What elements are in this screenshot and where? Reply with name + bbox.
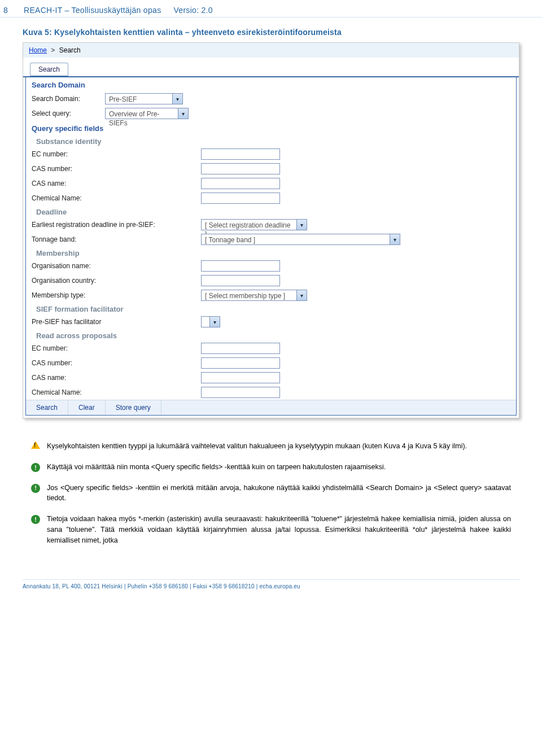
chevron-down-icon[interactable]: ▾ xyxy=(297,290,307,301)
note-item: ! Kyselykohtaisten kenttien tyyppi ja lu… xyxy=(31,441,511,452)
label-org-name: Organisation name: xyxy=(32,262,201,270)
select-has-facilitator-value xyxy=(201,316,210,327)
input-chemical-name[interactable] xyxy=(201,193,280,204)
select-membership-type-value: [ Select membership type ] xyxy=(201,290,297,301)
row-ec-number-2: EC number: xyxy=(26,341,516,356)
info-icon: ! xyxy=(31,484,40,493)
note-text: Kyselykohtaisten kenttien tyyppi ja luku… xyxy=(47,441,511,452)
row-tonnage: Tonnage band: [ Tonnage band ] ▾ xyxy=(26,232,516,247)
input-chemical-name-2[interactable] xyxy=(201,387,280,398)
label-select-query: Select query: xyxy=(32,110,105,117)
figure-caption: Kuva 5: Kyselykohtaisten kenttien valint… xyxy=(0,28,542,42)
input-cas-name-2[interactable] xyxy=(201,372,280,383)
label-search-domain: Search Domain: xyxy=(32,95,105,103)
row-chemical-name-2: Chemical Name: xyxy=(26,385,516,400)
label-chemical-name-2: Chemical Name: xyxy=(32,388,201,396)
select-search-domain-value: Pre-SIEF xyxy=(105,93,173,104)
row-cas-name: CAS name: xyxy=(26,176,516,191)
button-bar: Search Clear Store query xyxy=(26,400,516,415)
subgroup-deadline: Deadline xyxy=(26,206,516,217)
select-has-facilitator[interactable]: ▾ xyxy=(201,316,220,327)
label-cas-number: CAS number: xyxy=(32,165,201,173)
chevron-down-icon[interactable]: ▾ xyxy=(173,93,183,104)
label-cas-number-2: CAS number: xyxy=(32,359,201,367)
label-ec-number-2: EC number: xyxy=(32,344,201,352)
select-select-query[interactable]: Overview of Pre-SIEFs ▾ xyxy=(105,108,189,119)
select-membership-type[interactable]: [ Select membership type ] ▾ xyxy=(201,290,307,301)
search-button[interactable]: Search xyxy=(26,400,68,415)
chevron-down-icon[interactable]: ▾ xyxy=(210,316,220,327)
row-chemical-name: Chemical Name: xyxy=(26,191,516,206)
group-query-fields: Query specific fields xyxy=(26,121,516,135)
input-org-country[interactable] xyxy=(201,275,280,286)
group-search-domain: Search Domain xyxy=(26,77,516,91)
label-deadline: Earliest registration deadline in pre-SI… xyxy=(32,221,201,229)
select-deadline[interactable]: [ Select registration deadline ] ▾ xyxy=(201,219,307,230)
select-tonnage[interactable]: [ Tonnage band ] ▾ xyxy=(201,234,400,245)
input-cas-number-2[interactable] xyxy=(201,357,280,369)
row-search-domain: Search Domain: Pre-SIEF ▾ xyxy=(26,91,516,106)
row-deadline: Earliest registration deadline in pre-SI… xyxy=(26,217,516,232)
doc-title: REACH-IT – Teollisuuskäyttäjän opas xyxy=(24,6,161,15)
subgroup-membership: Membership xyxy=(26,247,516,259)
row-ec-number: EC number: xyxy=(26,147,516,161)
row-membership-type: Membership type: [ Select membership typ… xyxy=(26,288,516,303)
note-text: Tietoja voidaan hakea myös *-merkin (ast… xyxy=(47,514,511,545)
row-org-country: Organisation country: xyxy=(26,273,516,288)
note-item: ! Jos <Query specific fields> -kenttiin … xyxy=(31,483,511,504)
label-has-facilitator: Pre-SIEF has facilitator xyxy=(32,318,201,326)
note-text: Jos <Query specific fields> -kenttiin ei… xyxy=(47,483,511,504)
label-tonnage: Tonnage band: xyxy=(32,235,201,243)
label-cas-name-2: CAS name: xyxy=(32,374,201,382)
note-item: ! Käyttäjä voi määrittää niin monta <Que… xyxy=(31,462,511,473)
row-has-facilitator: Pre-SIEF has facilitator ▾ xyxy=(26,314,516,329)
chevron-down-icon[interactable]: ▾ xyxy=(297,219,307,230)
clear-button[interactable]: Clear xyxy=(68,400,106,415)
select-search-domain[interactable]: Pre-SIEF ▾ xyxy=(105,93,183,104)
select-select-query-value: Overview of Pre-SIEFs xyxy=(105,108,178,119)
input-cas-name[interactable] xyxy=(201,178,280,189)
search-panel: Search Domain Search Domain: Pre-SIEF ▾ … xyxy=(25,77,517,416)
breadcrumb-current: Search xyxy=(59,46,81,54)
input-ec-number[interactable] xyxy=(201,148,280,160)
page-number: 8 xyxy=(3,6,11,15)
store-query-button[interactable]: Store query xyxy=(106,400,161,415)
select-deadline-value: [ Select registration deadline ] xyxy=(201,219,297,230)
select-tonnage-value: [ Tonnage band ] xyxy=(201,234,390,245)
breadcrumb-home-link[interactable]: Home xyxy=(29,46,47,54)
row-select-query: Select query: Overview of Pre-SIEFs ▾ xyxy=(26,106,516,121)
label-ec-number: EC number: xyxy=(32,150,201,158)
label-membership-type: Membership type: xyxy=(32,291,201,299)
page-footer: Annankatu 18, PL 400, 00121 Helsinki | P… xyxy=(23,579,519,589)
input-ec-number-2[interactable] xyxy=(201,343,280,354)
tab-search[interactable]: Search xyxy=(30,63,68,77)
label-org-country: Organisation country: xyxy=(32,277,201,285)
chevron-down-icon[interactable]: ▾ xyxy=(390,234,400,245)
input-cas-number[interactable] xyxy=(201,163,280,174)
note-item: ! Tietoja voidaan hakea myös *-merkin (a… xyxy=(31,514,511,545)
subgroup-sief-facilitator: SIEF formation facilitator xyxy=(26,303,516,314)
warning-icon: ! xyxy=(31,441,40,452)
row-cas-number: CAS number: xyxy=(26,161,516,176)
chevron-down-icon[interactable]: ▾ xyxy=(178,108,189,119)
row-cas-number-2: CAS number: xyxy=(26,356,516,370)
subgroup-read-across: Read across proposals xyxy=(26,329,516,341)
input-org-name[interactable] xyxy=(201,260,280,272)
label-cas-name: CAS name: xyxy=(32,180,201,187)
reachit-screenshot: Home > Search Search Search Domain Searc… xyxy=(23,42,519,418)
notes-list: ! Kyselykohtaisten kenttien tyyppi ja lu… xyxy=(31,441,511,545)
label-chemical-name: Chemical Name: xyxy=(32,194,201,202)
breadcrumb-separator: > xyxy=(51,46,55,54)
tab-bar: Search xyxy=(23,59,519,77)
page-header: 8 REACH-IT – Teollisuuskäyttäjän opas Ve… xyxy=(0,0,542,18)
subgroup-substance-identity: Substance identity xyxy=(26,135,516,147)
note-text: Käyttäjä voi määrittää niin monta <Query… xyxy=(47,462,511,473)
info-icon: ! xyxy=(31,463,40,472)
info-icon: ! xyxy=(31,515,40,524)
row-cas-name-2: CAS name: xyxy=(26,370,516,385)
row-org-name: Organisation name: xyxy=(26,259,516,273)
breadcrumb: Home > Search xyxy=(23,43,519,58)
version-label: Versio: 2.0 xyxy=(173,6,212,15)
